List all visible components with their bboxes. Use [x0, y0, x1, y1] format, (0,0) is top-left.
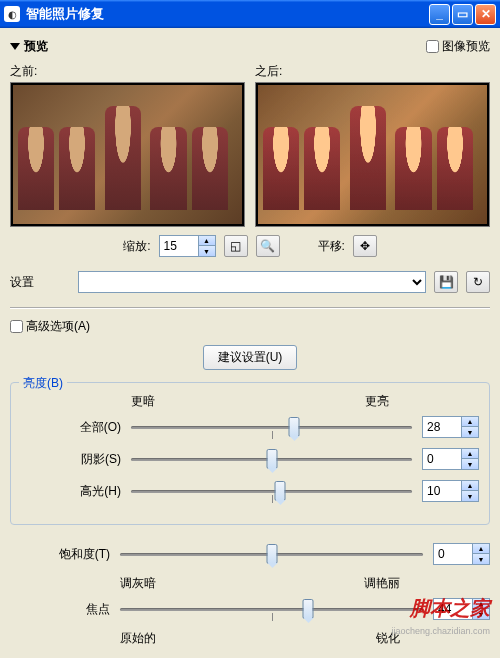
zoom-down-icon[interactable]: ▼ [199, 246, 215, 256]
watermark-url: jiaocheng.chazidian.com [391, 626, 490, 636]
advanced-label: 高级选项(A) [26, 318, 90, 335]
separator [10, 307, 490, 308]
image-preview-check-input[interactable] [426, 40, 439, 53]
brightness-row-label: 高光(H) [21, 483, 121, 500]
brightness-spinner-2[interactable]: ▲▼ [422, 480, 479, 502]
zoom-100-button[interactable]: 🔍 [256, 235, 280, 257]
original-label: 原始的 [120, 630, 156, 647]
settings-label: 设置 [10, 274, 70, 291]
preview-header: 预览 图像预览 [10, 34, 490, 59]
before-label: 之前: [10, 63, 245, 80]
before-image[interactable] [10, 82, 245, 227]
brightness-row-label: 全部(O) [21, 419, 121, 436]
brighter-label: 更亮 [365, 393, 389, 410]
window-controls: _ ▭ ✕ [429, 4, 496, 25]
magnifier-icon: 🔍 [260, 239, 275, 253]
brightness-input-2[interactable] [423, 481, 461, 501]
pan-button[interactable]: ✥ [353, 235, 377, 257]
focus-label: 焦点 [10, 601, 110, 618]
save-settings-button[interactable]: 💾 [434, 271, 458, 293]
zoom-spinner[interactable]: ▲▼ [159, 235, 216, 257]
saturation-label: 饱和度(T) [10, 546, 110, 563]
maximize-button[interactable]: ▭ [452, 4, 473, 25]
gray-label: 调灰暗 [120, 575, 156, 592]
focus-slider[interactable] [120, 599, 423, 619]
settings-select[interactable] [78, 271, 426, 293]
down-icon[interactable]: ▼ [462, 491, 478, 501]
saturation-slider[interactable] [120, 544, 423, 564]
collapse-icon[interactable] [10, 43, 20, 50]
brightness-spinner-1[interactable]: ▲▼ [422, 448, 479, 470]
brightness-spinner-0[interactable]: ▲▼ [422, 416, 479, 438]
advanced-checkbox[interactable]: 高级选项(A) [10, 318, 490, 335]
after-label: 之后: [255, 63, 490, 80]
pan-label: 平移: [318, 238, 345, 255]
image-preview-label: 图像预览 [442, 38, 490, 55]
zoom-input[interactable] [160, 236, 198, 256]
brightness-row-label: 阴影(S) [21, 451, 121, 468]
brightness-input-1[interactable] [423, 449, 461, 469]
up-icon[interactable]: ▲ [462, 449, 478, 459]
saturation-input[interactable] [434, 544, 472, 564]
brightness-title: 亮度(B) [19, 375, 67, 392]
down-icon[interactable]: ▼ [462, 427, 478, 437]
image-preview-checkbox[interactable]: 图像预览 [426, 38, 490, 55]
down-icon[interactable]: ▼ [473, 554, 489, 564]
preview-label: 预览 [24, 38, 48, 55]
after-image[interactable] [255, 82, 490, 227]
fit-icon: ◱ [230, 239, 241, 253]
saturation-spinner[interactable]: ▲▼ [433, 543, 490, 565]
brightness-slider-1[interactable] [131, 449, 412, 469]
title-bar: ◐ 智能照片修复 _ ▭ ✕ [0, 0, 500, 28]
minimize-button[interactable]: _ [429, 4, 450, 25]
brightness-group: 亮度(B) 更暗 更亮 全部(O) ▲▼ 阴影(S) ▲▼ 高光(H) [10, 382, 490, 525]
brightness-input-0[interactable] [423, 417, 461, 437]
refresh-icon: ↻ [473, 275, 483, 289]
reset-settings-button[interactable]: ↻ [466, 271, 490, 293]
up-icon[interactable]: ▲ [462, 481, 478, 491]
disk-icon: 💾 [439, 275, 454, 289]
brightness-slider-0[interactable] [131, 417, 412, 437]
down-icon[interactable]: ▼ [462, 459, 478, 469]
watermark: 脚本之家 [410, 595, 490, 622]
zoom-label: 缩放: [123, 238, 150, 255]
suggest-button[interactable]: 建议设置(U) [203, 345, 298, 370]
up-icon[interactable]: ▲ [462, 417, 478, 427]
fit-window-button[interactable]: ◱ [224, 235, 248, 257]
brightness-slider-2[interactable] [131, 481, 412, 501]
pan-icon: ✥ [360, 239, 370, 253]
zoom-up-icon[interactable]: ▲ [199, 236, 215, 246]
window-title: 智能照片修复 [26, 5, 429, 23]
up-icon[interactable]: ▲ [473, 544, 489, 554]
darker-label: 更暗 [131, 393, 155, 410]
vivid-label: 调艳丽 [364, 575, 400, 592]
app-icon: ◐ [4, 6, 20, 22]
advanced-check-input[interactable] [10, 320, 23, 333]
close-button[interactable]: ✕ [475, 4, 496, 25]
